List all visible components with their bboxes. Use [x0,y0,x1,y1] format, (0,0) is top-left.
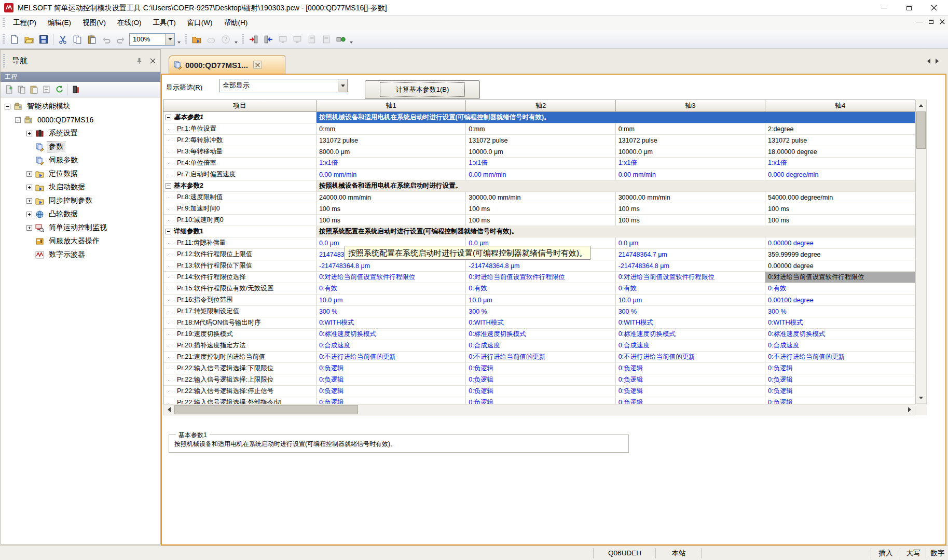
axis-value-cell[interactable]: 0:标准速度切换模式 [316,329,465,340]
param-item-cell[interactable]: Pr.22:输入信号逻辑选择:停止信号 [163,386,316,397]
column-header-项目[interactable]: 项目 [163,100,316,111]
axis-value-cell[interactable]: 131072 pulse [466,135,615,146]
nav-detail-button[interactable] [40,83,52,96]
axis-value-cell[interactable]: 10000.0 μm [466,146,615,158]
axis-value-cell[interactable]: 0:负逻辑 [466,386,615,397]
axis-value-cell[interactable]: 54000.000 degree/min [765,192,915,203]
axis-value-cell[interactable]: 214748364.7 μm [615,249,765,260]
param-item-cell[interactable]: Pr.9:加速时间0 [163,203,316,215]
axis-value-cell[interactable]: 0:mm [466,123,615,135]
toolbar-grip-2[interactable] [185,34,187,45]
axis-value-cell[interactable]: 100 ms [615,215,765,226]
nav-grip[interactable] [3,54,5,67]
menu-item-4[interactable]: 工具(T) [147,16,182,30]
help-button[interactable]: ? [219,33,232,46]
axis-value-cell[interactable]: 30000.00 mm/min [466,192,615,203]
nav-module-button[interactable] [70,83,82,96]
mdi-minimize-button[interactable] [916,22,923,22]
axis-value-cell[interactable]: 0:合成速度 [466,340,615,352]
axis-value-cell[interactable]: 0:负逻辑 [765,386,915,397]
axis-value-cell[interactable]: 0:负逻辑 [615,374,765,386]
param-item-cell[interactable]: Pr.16:指令到位范围 [163,295,316,306]
group-item-cell[interactable]: 基本参数1 [163,112,316,123]
minimize-button[interactable] [872,0,896,16]
vertical-scrollbar[interactable] [915,100,927,404]
toolbar-overflow-button-3[interactable] [348,33,354,46]
axis-value-cell[interactable]: 0:负逻辑 [765,374,915,386]
param-item-cell[interactable]: Pr.20:插补速度指定方法 [163,340,316,352]
expand-icon[interactable] [26,198,32,204]
connection-test-button[interactable] [334,33,348,46]
param-item-cell[interactable]: Pr.22:输入信号逻辑选择:上限限位 [163,374,316,386]
assistant-button[interactable] [204,33,218,46]
axis-value-cell[interactable]: 2:degree [765,123,915,135]
axis-value-cell[interactable]: 131072 pulse [765,135,915,146]
group-description-cell-selected[interactable]: 按照机械设备和适用电机在系统启动时进行设置(可编程控制器就绪信号时有效)。 [316,112,915,123]
menu-item-3[interactable]: 在线(O) [112,16,147,30]
new-project-button[interactable] [8,33,21,46]
axis-value-cell[interactable]: 18.00000 degree [765,146,915,158]
axis-value-cell[interactable]: 0:负逻辑 [316,374,465,386]
axis-value-cell[interactable]: 0:WITH模式 [615,317,765,329]
vertical-scroll-thumb[interactable] [916,111,926,149]
axis-value-cell[interactable]: 300 % [615,306,765,317]
tree-item-块启动数据[interactable]: 块启动数据 [1,180,160,194]
param-item-cell[interactable]: Pr.14:软件行程限位选择 [163,272,316,283]
axis-value-cell[interactable]: -214748364.8 μm [466,260,615,272]
axis-value-cell[interactable]: 10.0 μm [615,295,765,306]
mdi-restore-button[interactable] [929,20,933,24]
axis-value-cell[interactable]: 10000.0 μm [615,146,765,158]
horizontal-scrollbar[interactable] [163,404,915,415]
maximize-button[interactable] [897,0,921,16]
param-item-cell[interactable]: Pr.11:齿隙补偿量 [163,237,316,249]
param-item-cell[interactable]: Pr.12:软件行程限位上限值 [163,249,316,260]
expand-icon[interactable] [26,131,32,136]
menu-item-0[interactable]: 工程(P) [7,16,42,30]
column-header-轴3[interactable]: 轴3 [615,100,765,111]
axis-value-cell[interactable]: 100 ms [316,203,465,215]
monitor-tool-button-1[interactable] [276,33,290,46]
collapse-icon[interactable] [166,183,171,189]
menu-grip[interactable] [3,18,5,28]
axis-value-cell[interactable]: 0:WITH模式 [316,317,465,329]
axis-value-cell[interactable]: 0:标准速度切换模式 [615,329,765,340]
axis-value-cell[interactable]: 0:对进给当前值设置软件行程限位 [615,272,765,283]
collapse-icon[interactable] [166,229,171,234]
axis-value-cell[interactable]: 0:负逻辑 [615,363,765,374]
write-to-module-button[interactable] [247,33,260,46]
axis-value-cell[interactable]: 0.00 mm/min [316,169,465,180]
toolbar-overflow-button[interactable] [176,33,182,46]
param-item-cell[interactable]: Pr.22:输入信号逻辑选择:外部指令/切 [163,397,316,404]
module-config-button[interactable] [190,33,203,46]
param-item-cell[interactable]: Pr.8:速度限制值 [163,192,316,203]
axis-value-cell[interactable]: 1:x1倍 [466,158,615,169]
axis-value-cell[interactable]: 0:负逻辑 [316,386,465,397]
zoom-dropdown-button[interactable] [165,34,174,45]
axis-value-cell[interactable]: 1:x1倍 [765,158,915,169]
axis-value-cell[interactable]: 0.00 mm/min [615,169,765,180]
tree-item-定位数据[interactable]: 定位数据 [1,167,160,180]
group-item-cell[interactable]: 基本参数2 [163,180,316,192]
axis-value-cell[interactable]: 0.000 degree/min [765,169,915,180]
axis-value-cell[interactable]: 0:负逻辑 [615,386,765,397]
tree-item-同步控制参数[interactable]: 同步控制参数 [1,194,160,207]
axis-value-cell[interactable]: 30000.00 mm/min [615,192,765,203]
close-button[interactable] [922,0,946,16]
mdi-close-button[interactable] [940,17,945,26]
tree-item-参数[interactable]: 参数 [1,140,160,153]
param-item-cell[interactable]: Pr.18:M代码ON信号输出时序 [163,317,316,329]
collapse-icon[interactable] [15,117,21,123]
nav-close-button[interactable] [147,55,158,66]
param-item-cell[interactable]: Pr.22:输入信号逻辑选择:下限限位 [163,363,316,374]
axis-value-cell[interactable]: 0:负逻辑 [466,397,615,404]
axis-value-cell[interactable]: 10.0 μm [316,295,465,306]
read-from-module-button[interactable] [262,33,275,46]
axis-value-cell[interactable]: 1:x1倍 [316,158,465,169]
copy-button[interactable] [71,33,84,46]
zoom-combobox[interactable]: 100% [129,33,175,46]
nav-new-data-button[interactable] [3,83,15,96]
axis-value-cell[interactable]: 0:mm [615,123,765,135]
toolbar-grip[interactable] [3,34,5,45]
column-header-轴2[interactable]: 轴2 [466,100,615,111]
monitor-tool-button-2[interactable] [291,33,304,46]
